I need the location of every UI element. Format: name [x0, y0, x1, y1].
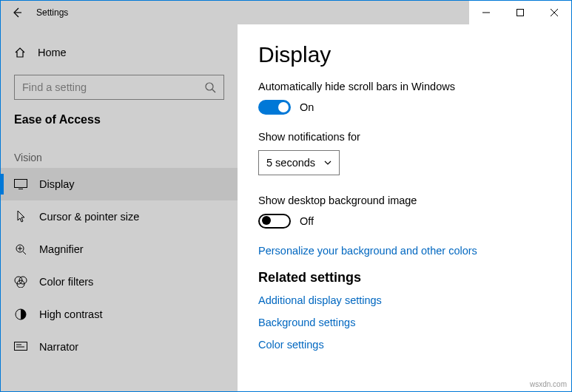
desktop-bg-label: Show desktop background image: [258, 195, 551, 206]
minimize-icon: [482, 9, 490, 16]
svg-line-5: [212, 89, 215, 92]
close-icon: [551, 9, 558, 16]
back-button[interactable]: [1, 1, 33, 24]
svg-point-4: [206, 83, 213, 90]
svg-line-9: [23, 251, 26, 254]
minimize-button[interactable]: [469, 1, 503, 24]
magnifier-icon: [14, 243, 27, 256]
search-box[interactable]: [14, 75, 224, 100]
group-label: Vision: [1, 126, 238, 168]
sidebar-item-label: Magnifier: [39, 243, 84, 255]
titlebar: Settings: [1, 1, 571, 24]
related-link-display[interactable]: Additional display settings: [258, 294, 551, 306]
search-icon: [204, 81, 216, 93]
color-filters-icon: [14, 275, 27, 288]
sidebar-item-narrator[interactable]: Narrator: [1, 331, 238, 363]
home-label: Home: [38, 47, 67, 58]
page-title: Display: [258, 42, 551, 67]
search-input[interactable]: [22, 81, 197, 93]
maximize-button[interactable]: [503, 1, 537, 24]
related-heading: Related settings: [258, 270, 551, 285]
cursor-icon: [14, 210, 27, 223]
svg-rect-16: [15, 342, 27, 351]
svg-rect-1: [517, 10, 524, 16]
maximize-icon: [517, 9, 524, 16]
auto-hide-toggle[interactable]: [258, 100, 291, 115]
high-contrast-icon: [14, 308, 27, 321]
arrow-left-icon: [11, 7, 23, 18]
sidebar-item-cursor[interactable]: Cursor & pointer size: [1, 200, 238, 233]
main-content: Display Automatically hide scroll bars i…: [238, 24, 571, 391]
notifications-label: Show notifications for: [258, 131, 551, 143]
sidebar-item-magnifier[interactable]: Magnifier: [1, 233, 238, 266]
watermark: wsxdn.com: [530, 380, 567, 388]
close-button[interactable]: [537, 1, 571, 24]
window-controls: [469, 1, 571, 24]
home-icon: [14, 47, 26, 58]
sidebar-item-label: Display: [39, 178, 75, 190]
sidebar-item-color-filters[interactable]: Color filters: [1, 266, 238, 298]
notifications-value: 5 seconds: [266, 157, 315, 169]
desktop-bg-toggle[interactable]: [258, 214, 291, 229]
category-heading: Ease of Access: [1, 100, 238, 126]
personalize-link[interactable]: Personalize your background and other co…: [258, 245, 551, 257]
sidebar-item-label: Narrator: [39, 341, 78, 353]
sidebar: Home Ease of Access Vision Display Curso…: [1, 24, 238, 391]
related-link-background[interactable]: Background settings: [258, 317, 551, 328]
auto-hide-state: On: [300, 101, 314, 113]
desktop-bg-state: Off: [300, 215, 314, 227]
sidebar-item-label: High contrast: [39, 308, 102, 320]
sidebar-item-display[interactable]: Display: [1, 168, 238, 200]
auto-hide-label: Automatically hide scroll bars in Window…: [258, 81, 551, 92]
narrator-icon: [14, 340, 27, 354]
sidebar-item-label: Color filters: [39, 276, 93, 288]
home-nav[interactable]: Home: [1, 38, 238, 67]
sidebar-item-label: Cursor & pointer size: [39, 211, 139, 223]
display-icon: [14, 178, 27, 191]
sidebar-item-high-contrast[interactable]: High contrast: [1, 298, 238, 331]
window-title: Settings: [33, 7, 68, 18]
svg-rect-6: [15, 180, 27, 188]
related-link-color[interactable]: Color settings: [258, 339, 551, 351]
notifications-select[interactable]: 5 seconds: [258, 150, 340, 175]
chevron-down-icon: [324, 160, 332, 165]
